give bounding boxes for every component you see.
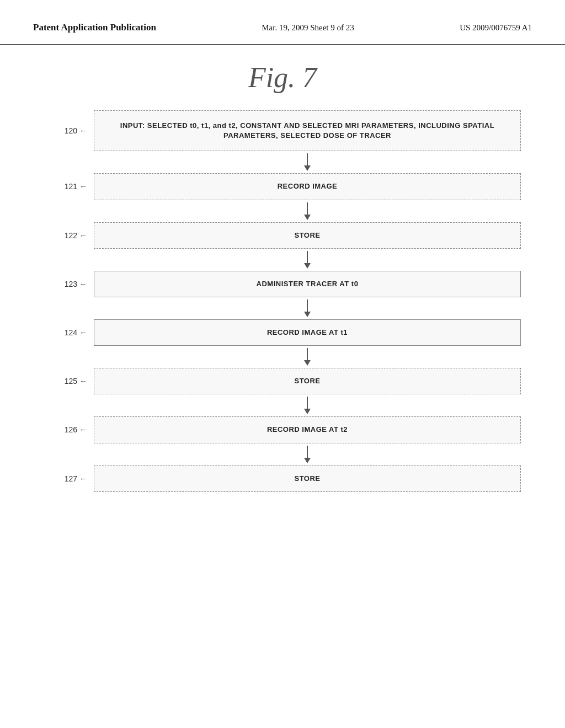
- step-box-126: RECORD IMAGE AT t2: [94, 416, 521, 443]
- step-box-125: STORE: [94, 368, 521, 394]
- arrow-121: [44, 200, 521, 222]
- flow-step-120: 120 ←INPUT: SELECTED t0, t1, and t2, CON…: [44, 110, 521, 151]
- arrow-124: [44, 346, 521, 368]
- flow-step-121: 121 ←RECORD IMAGE: [44, 173, 521, 200]
- step-label-121: 121 ←: [44, 182, 94, 191]
- header-date-sheet: Mar. 19, 2009 Sheet 9 of 23: [262, 23, 354, 33]
- step-label-122: 122 ←: [44, 231, 94, 240]
- flowchart: 120 ←INPUT: SELECTED t0, t1, and t2, CON…: [0, 105, 565, 497]
- arrow-125: [44, 394, 521, 416]
- arrow-down-icon: [304, 397, 311, 414]
- step-label-123: 123 ←: [44, 280, 94, 288]
- arrow-122: [44, 249, 521, 271]
- step-label-125: 125 ←: [44, 377, 94, 386]
- arrow-120: [44, 151, 521, 173]
- page-header: Patent Application Publication Mar. 19, …: [0, 0, 565, 45]
- flow-step-126: 126 ←RECORD IMAGE AT t2: [44, 416, 521, 443]
- flow-step-127: 127 ←STORE: [44, 465, 521, 492]
- step-text-124: RECORD IMAGE AT t1: [105, 328, 509, 338]
- step-box-122: STORE: [94, 222, 521, 249]
- flow-step-124: 124 ←RECORD IMAGE AT t1: [44, 319, 521, 346]
- header-patent-number: US 2009/0076759 A1: [460, 23, 532, 33]
- arrow-down-icon: [304, 251, 311, 269]
- patent-page: Patent Application Publication Mar. 19, …: [0, 0, 565, 728]
- arrow-down-icon: [304, 153, 311, 171]
- step-text-127: STORE: [105, 474, 509, 484]
- header-publication-type: Patent Application Publication: [33, 22, 156, 33]
- step-text-125: STORE: [105, 376, 509, 386]
- step-label-127: 127 ←: [44, 474, 94, 483]
- flow-step-122: 122 ←STORE: [44, 222, 521, 249]
- step-text-123: ADMINISTER TRACER AT t0: [105, 279, 509, 289]
- flow-step-123: 123 ←ADMINISTER TRACER AT t0: [44, 271, 521, 297]
- arrow-down-icon: [304, 202, 311, 220]
- arrow-down-icon: [304, 348, 311, 366]
- arrow-123: [44, 297, 521, 319]
- step-box-127: STORE: [94, 465, 521, 492]
- arrow-down-icon: [304, 299, 311, 317]
- step-text-126: RECORD IMAGE AT t2: [105, 425, 509, 435]
- step-text-122: STORE: [105, 231, 509, 240]
- step-box-123: ADMINISTER TRACER AT t0: [94, 271, 521, 297]
- step-box-121: RECORD IMAGE: [94, 173, 521, 200]
- figure-title: Fig. 7: [0, 61, 565, 94]
- step-label-126: 126 ←: [44, 425, 94, 434]
- step-text-120: INPUT: SELECTED t0, t1, and t2, CONSTANT…: [105, 121, 509, 141]
- step-box-120: INPUT: SELECTED t0, t1, and t2, CONSTANT…: [94, 110, 521, 151]
- arrow-down-icon: [304, 446, 311, 463]
- step-box-124: RECORD IMAGE AT t1: [94, 319, 521, 346]
- flow-step-125: 125 ←STORE: [44, 368, 521, 394]
- arrow-126: [44, 443, 521, 465]
- step-label-120: 120 ←: [44, 126, 94, 135]
- step-label-124: 124 ←: [44, 328, 94, 337]
- step-text-121: RECORD IMAGE: [105, 181, 509, 191]
